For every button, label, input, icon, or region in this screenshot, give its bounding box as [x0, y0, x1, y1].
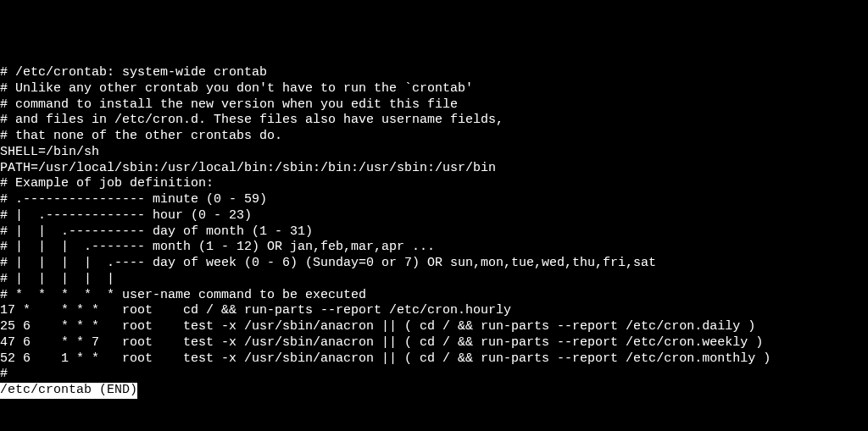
terminal-viewport[interactable]: # /etc/crontab: system-wide crontab# Unl… [0, 65, 868, 399]
pager-status: /etc/crontab (END) [0, 383, 137, 399]
file-line: # | | | | .---- day of week (0 - 6) (Sun… [0, 256, 868, 272]
file-line: # * * * * * user-name command to be exec… [0, 288, 868, 304]
file-line: 25 6 * * * root test -x /usr/sbin/anacro… [0, 319, 868, 335]
file-line: # /etc/crontab: system-wide crontab [0, 65, 868, 81]
file-line: # that none of the other crontabs do. [0, 129, 868, 145]
file-line: # Unlike any other crontab you don't hav… [0, 81, 868, 97]
file-line: PATH=/usr/local/sbin:/usr/local/bin:/sbi… [0, 161, 868, 177]
file-line: 17 * * * * root cd / && run-parts --repo… [0, 303, 868, 319]
file-line: # Example of job definition: [0, 176, 868, 192]
file-line: # | | | | | [0, 272, 868, 288]
file-line: # | .------------- hour (0 - 23) [0, 208, 868, 224]
file-line: # .---------------- minute (0 - 59) [0, 192, 868, 208]
file-line: 47 6 * * 7 root test -x /usr/sbin/anacro… [0, 335, 868, 351]
file-line: # | | | .------- month (1 - 12) OR jan,f… [0, 240, 868, 256]
file-line: SHELL=/bin/sh [0, 145, 868, 161]
file-line: # and files in /etc/cron.d. These files … [0, 113, 868, 129]
file-line: # command to install the new version whe… [0, 97, 868, 113]
file-line: 52 6 1 * * root test -x /usr/sbin/anacro… [0, 351, 868, 367]
file-line: # | | .---------- day of month (1 - 31) [0, 224, 868, 240]
file-line: # [0, 367, 868, 383]
